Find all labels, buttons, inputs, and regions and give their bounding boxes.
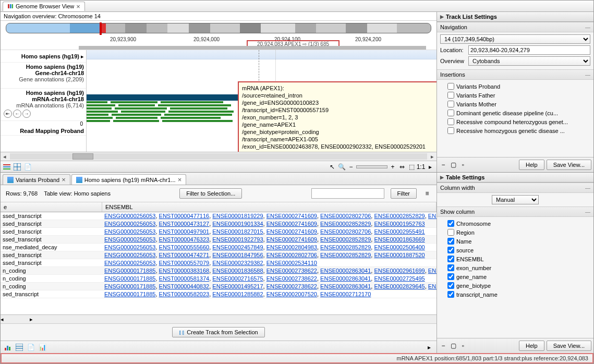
column-header[interactable]: e: [1, 202, 102, 212]
nav-next-icon[interactable]: →: [22, 110, 31, 118]
collapse-icon[interactable]: ▶: [440, 14, 444, 19]
ensembl-link[interactable]: ENSG00000256053: [104, 213, 155, 219]
ensembl-link[interactable]: ENSE00002712170: [320, 291, 371, 297]
filter-button[interactable]: Filter: [391, 188, 417, 199]
ensembl-link[interactable]: ENST00000476323: [159, 236, 210, 242]
report-icon[interactable]: 📄: [23, 163, 32, 171]
create-track-button[interactable]: ⫿⫿ Create Track from Selection: [172, 327, 264, 337]
ensembl-link[interactable]: ENSE00001827015: [212, 228, 263, 235]
close-icon[interactable]: ×: [76, 3, 80, 10]
table-row[interactable]: ssed_transcriptENSG00000256053, ENST0000…: [1, 236, 437, 244]
minus-icon[interactable]: −: [439, 342, 447, 350]
ensembl-link[interactable]: ENSE00001922793: [212, 236, 263, 242]
ensembl-link[interactable]: ENSE00002804983: [266, 244, 317, 250]
plus-icon[interactable]: +: [389, 163, 397, 171]
ensembl-link[interactable]: ENST00000497901: [159, 228, 210, 235]
chart-view-icon[interactable]: [4, 343, 12, 351]
column-checkbox[interactable]: [447, 238, 454, 245]
column-checkbox[interactable]: [447, 256, 454, 262]
table-row[interactable]: ssed_transcriptENSG00000256053, ENST0000…: [1, 228, 437, 236]
navigation-section-header[interactable]: Navigation—: [437, 22, 593, 32]
zoom-slider[interactable]: [356, 165, 387, 168]
ensembl-link[interactable]: ENSE00002716575: [212, 275, 263, 282]
save-preset-icon[interactable]: ▫: [459, 161, 467, 169]
report-icon[interactable]: 📄: [27, 343, 35, 351]
ensembl-link[interactable]: ENSE00002329382: [212, 260, 263, 266]
ensembl-link[interactable]: ENSE00002852829: [320, 244, 371, 250]
filter-input[interactable]: [311, 188, 384, 199]
collapse-icon[interactable]: ▶: [440, 175, 444, 180]
column-width-section[interactable]: Column width—: [437, 183, 593, 193]
ensembl-link[interactable]: ENSG00000171885: [104, 291, 155, 297]
toggle-panel-icon[interactable]: ▸: [426, 163, 434, 171]
fit-selection-icon[interactable]: ⬚: [407, 163, 416, 171]
nav-first-icon[interactable]: ⇤: [4, 110, 12, 118]
toggle-panel-icon[interactable]: ▸: [425, 343, 433, 351]
track-label[interactable]: Homo sapiens (hg19) mRNA-chr14-chr18 mRN…: [1, 89, 86, 121]
close-icon[interactable]: ×: [178, 176, 182, 183]
ensembl-link[interactable]: ENST00000440832: [159, 283, 210, 289]
ensembl-link[interactable]: ENSE00002852829: [374, 213, 425, 219]
table-row[interactable]: n_codingENSG00000171885, ENST00000383168…: [1, 267, 437, 275]
ensembl-link[interactable]: ENSE00002738622: [266, 283, 317, 289]
column-header[interactable]: ENSEMBL: [102, 202, 437, 212]
insertion-checkbox[interactable]: [447, 127, 454, 134]
help-button[interactable]: Help: [519, 341, 544, 351]
track-label[interactable]: Read Mapping Proband: [1, 127, 86, 136]
ensembl-link[interactable]: ENST00000557079: [159, 260, 210, 266]
ensembl-link[interactable]: ENSE00002506400: [374, 244, 425, 250]
scroll-left-icon[interactable]: ◂: [1, 153, 9, 160]
ensembl-link[interactable]: ENSE: [428, 213, 437, 219]
ensembl-link[interactable]: ENSE00002802706: [320, 213, 371, 219]
table-row[interactable]: sed_transcriptENSG00000171885, ENST00000…: [1, 290, 437, 298]
location-input[interactable]: [468, 45, 590, 55]
ensembl-link[interactable]: ENSE00002852829: [320, 236, 371, 242]
ensembl-link[interactable]: ENST00000582023: [159, 291, 210, 297]
column-checkbox[interactable]: [447, 291, 454, 298]
ensembl-link[interactable]: ENSE00001836588: [212, 268, 263, 274]
ensembl-link[interactable]: ENSE00002863041: [320, 275, 371, 282]
ensembl-link[interactable]: ENSE00002741609: [266, 228, 317, 235]
scroll-right-icon[interactable]: ▸: [30, 316, 33, 323]
ensembl-link[interactable]: ENSG00000256053: [104, 260, 155, 266]
ensembl-link[interactable]: ENSE00002457849: [212, 244, 263, 250]
ensembl-link[interactable]: ENSE00002829645: [374, 283, 425, 289]
chromosome-select[interactable]: 14 (107,349,540bp): [440, 34, 590, 44]
ensembl-link[interactable]: ENSE00002802706: [266, 252, 317, 258]
save-view-button[interactable]: Save View...: [547, 160, 591, 170]
insertion-checkbox[interactable]: [447, 101, 454, 107]
column-checkbox[interactable]: [447, 247, 454, 253]
ensembl-link[interactable]: ENST00000474271: [159, 252, 210, 258]
column-checkbox[interactable]: [447, 282, 454, 289]
table-row[interactable]: n_codingENSG00000171885, ENST00000440832…: [1, 283, 437, 290]
zoom-icon[interactable]: 🔍: [337, 163, 346, 171]
ensembl-link[interactable]: ENST00000477116: [159, 213, 210, 219]
ensembl-link[interactable]: ENSG00000171885: [104, 268, 155, 274]
ensembl-link[interactable]: ENSE00002852829: [320, 252, 371, 258]
ensembl-link[interactable]: ENSE00002961699: [374, 268, 425, 274]
folder-icon[interactable]: ▢: [449, 161, 457, 169]
insertion-checkbox[interactable]: [447, 110, 454, 116]
ensembl-link[interactable]: ENSE00001863669: [374, 236, 425, 242]
ensembl-link[interactable]: ENSE00001495217: [212, 283, 263, 289]
ensembl-link[interactable]: ENST00000581374: [159, 275, 210, 282]
table-row[interactable]: n_codingENSG00000171885, ENST00000581374…: [1, 275, 437, 283]
overview-select[interactable]: Cytobands: [468, 56, 590, 66]
folder-icon[interactable]: ▢: [449, 342, 457, 350]
column-width-select[interactable]: Manual: [492, 195, 539, 204]
fit-width-icon[interactable]: ⇔: [398, 163, 406, 171]
horizontal-scrollbar[interactable]: ◂ ▸: [1, 314, 437, 323]
ensembl-link[interactable]: ENSE: [428, 268, 437, 274]
ensembl-link[interactable]: ENSG00000256053: [104, 244, 155, 250]
ensembl-link[interactable]: ENSE00002741609: [266, 221, 317, 227]
tab-mrna[interactable]: Homo sapiens (hg19) mRNA-chr1... ×: [71, 174, 186, 185]
column-checkbox[interactable]: [447, 229, 454, 236]
horizontal-scrollbar[interactable]: ◂ ▸: [1, 152, 437, 161]
track-visualization[interactable]: mRNA (APEX1): /source=retained_intron /g…: [87, 50, 437, 152]
chromosome-ideogram[interactable]: [6, 23, 431, 33]
column-checkbox[interactable]: [447, 273, 454, 280]
insertion-checkbox[interactable]: [447, 83, 454, 90]
help-button[interactable]: Help: [519, 160, 544, 170]
table-row[interactable]: nse_mediated_decayENSG00000256053, ENST0…: [1, 244, 437, 251]
insertion-checkbox[interactable]: [447, 118, 454, 125]
